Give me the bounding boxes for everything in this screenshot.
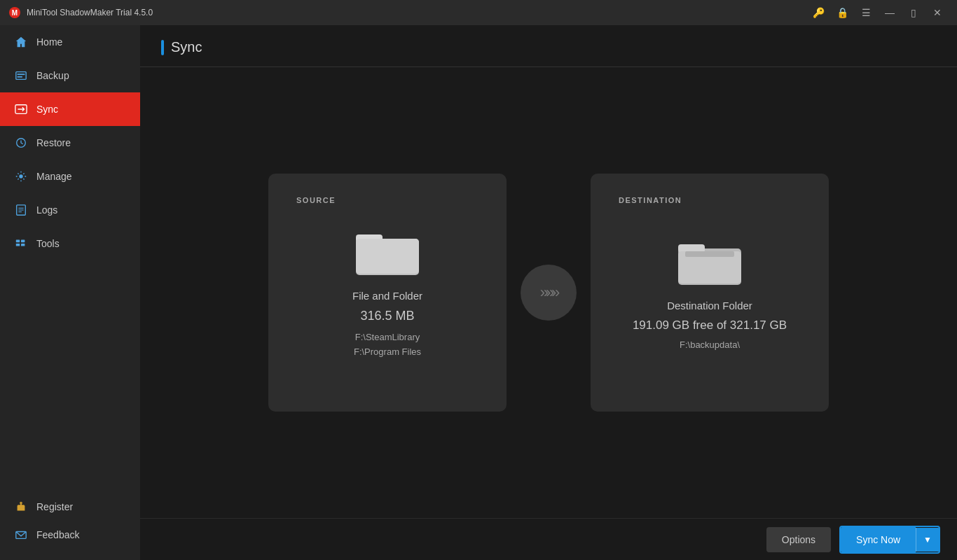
destination-free: 191.09 GB free of 321.17 GB <box>633 318 787 332</box>
svg-text:M: M <box>12 9 18 17</box>
source-card-wrapper: SOURCE File and Folder 316.5 MB F:\Steam… <box>268 174 507 412</box>
sync-now-wrapper: Sync Now ▼ <box>839 526 940 554</box>
svg-rect-19 <box>356 239 419 274</box>
sidebar-bottom: Register Feedback <box>0 493 140 560</box>
svg-rect-14 <box>21 240 25 243</box>
sidebar-item-backup[interactable]: Backup <box>0 59 140 92</box>
sidebar-item-tools[interactable]: Tools <box>0 227 140 260</box>
options-button[interactable]: Options <box>766 527 831 552</box>
page-header: Sync <box>140 25 957 67</box>
svg-rect-2 <box>16 72 26 80</box>
sidebar-item-sync[interactable]: Sync <box>0 92 140 126</box>
source-folder-icon <box>356 226 419 279</box>
source-size: 316.5 MB <box>360 309 414 323</box>
page-title: Sync <box>171 39 202 55</box>
svg-rect-15 <box>21 244 25 246</box>
sidebar-label-restore: Restore <box>36 137 71 148</box>
minimize-button[interactable]: — <box>879 3 901 22</box>
svg-rect-13 <box>16 244 20 246</box>
sidebar-label-tools: Tools <box>36 238 60 249</box>
destination-card[interactable]: Destination Folder 191.09 GB free of 321… <box>591 174 829 412</box>
tools-icon <box>14 237 28 251</box>
sidebar-item-home[interactable]: Home <box>0 25 140 59</box>
destination-type: Destination Folder <box>667 300 752 312</box>
sidebar-spacer <box>0 260 140 493</box>
svg-rect-12 <box>16 240 20 243</box>
sync-icon <box>14 102 28 116</box>
bottom-bar: Options Sync Now ▼ <box>140 518 957 560</box>
sidebar-label-backup: Backup <box>36 70 69 81</box>
header-accent <box>161 40 164 55</box>
sidebar-label-sync: Sync <box>36 104 58 115</box>
arrow-chevrons-icon: »»» <box>540 284 558 302</box>
sync-area: SOURCE File and Folder 316.5 MB F:\Steam… <box>140 67 957 518</box>
sidebar-item-restore[interactable]: Restore <box>0 126 140 160</box>
main-layout: Home Backup Sync Restore Manage <box>0 25 957 560</box>
svg-point-7 <box>19 174 22 178</box>
sidebar-label-logs: Logs <box>36 204 57 216</box>
sidebar-label-register: Register <box>36 501 73 512</box>
feedback-icon <box>14 528 28 542</box>
restore-button[interactable]: ▯ <box>902 3 925 22</box>
sidebar-label-home: Home <box>36 36 62 48</box>
lock-icon[interactable]: 🔒 <box>831 3 853 22</box>
titlebar-controls: 🔑 🔒 ☰ — ▯ ✕ <box>807 3 949 22</box>
sync-arrow: »»» <box>521 265 577 321</box>
source-label: SOURCE <box>282 185 350 204</box>
titlebar: M MiniTool ShadowMaker Trial 4.5.0 🔑 🔒 ☰… <box>0 0 957 25</box>
svg-rect-23 <box>685 251 734 257</box>
sidebar-item-register[interactable]: Register <box>0 493 140 521</box>
backup-icon <box>14 69 28 83</box>
destination-label: DESTINATION <box>605 185 696 204</box>
source-card[interactable]: File and Folder 316.5 MB F:\SteamLibrary… <box>268 174 507 412</box>
source-path-2: F:\Program Files <box>354 346 421 357</box>
home-icon <box>14 35 28 49</box>
destination-card-wrapper: DESTINATION Destination Folder 191.09 GB… <box>591 174 829 412</box>
app-title: MiniTool ShadowMaker Trial 4.5.0 <box>27 8 807 18</box>
source-paths: F:\SteamLibrary F:\Program Files <box>354 330 421 360</box>
sidebar-item-logs[interactable]: Logs <box>0 193 140 227</box>
sync-now-dropdown-button[interactable]: ▼ <box>916 528 939 552</box>
key-icon[interactable]: 🔑 <box>807 3 829 22</box>
source-type: File and Folder <box>352 290 422 302</box>
restore-icon <box>14 136 28 150</box>
source-path-1: F:\SteamLibrary <box>355 332 420 342</box>
destination-folder-icon <box>678 236 741 288</box>
manage-icon <box>14 169 28 183</box>
close-button[interactable]: ✕ <box>926 3 949 22</box>
destination-path: F:\backupdata\ <box>680 340 740 350</box>
svg-rect-3 <box>18 74 25 75</box>
sidebar-item-manage[interactable]: Manage <box>0 160 140 193</box>
register-icon <box>14 500 28 514</box>
sidebar-label-manage: Manage <box>36 171 72 182</box>
app-icon: M <box>8 6 21 19</box>
sidebar: Home Backup Sync Restore Manage <box>0 25 140 560</box>
content-area: Sync SOURCE File and Folder 316.5 MB F:\… <box>140 25 957 560</box>
logs-icon <box>14 203 28 217</box>
sidebar-label-feedback: Feedback <box>36 529 79 540</box>
sidebar-item-feedback[interactable]: Feedback <box>0 521 140 549</box>
menu-icon[interactable]: ☰ <box>855 3 877 22</box>
svg-rect-4 <box>18 76 22 78</box>
sync-now-button[interactable]: Sync Now <box>841 527 916 552</box>
